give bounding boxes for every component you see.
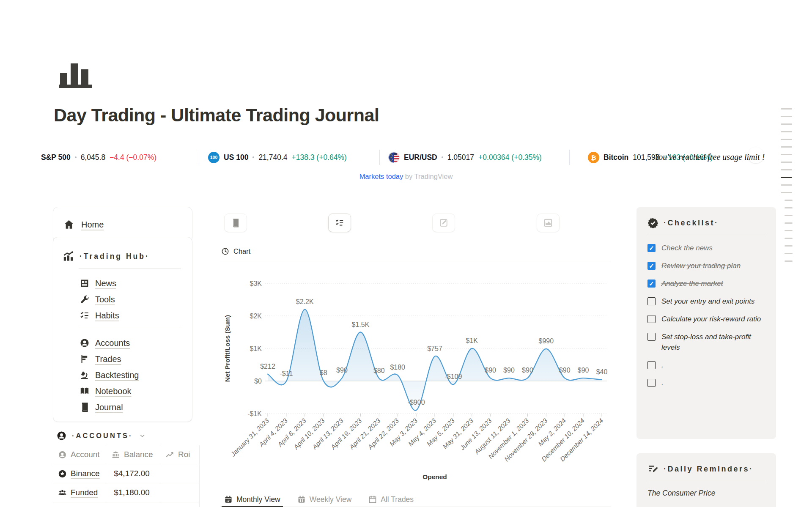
sidebar-item-notebook[interactable]: Notebook — [63, 383, 183, 399]
checked-checkbox[interactable]: ✓ — [647, 244, 656, 252]
chart-growth-icon — [63, 251, 74, 262]
ticker-symbol: Bitcoin — [604, 153, 628, 162]
toc-dash[interactable] — [785, 230, 793, 231]
page-emoji-bar-chart-icon — [58, 60, 95, 92]
toc-dash[interactable] — [785, 260, 793, 262]
toc-dash[interactable] — [785, 222, 793, 224]
account-cell[interactable]: Funded — [53, 483, 106, 502]
checklist-icon — [80, 310, 90, 321]
sidebar-item-tools[interactable]: Tools — [63, 291, 183, 307]
unchecked-checkbox[interactable] — [647, 315, 656, 323]
toc-dash[interactable] — [785, 207, 793, 208]
column-header-balance[interactable]: Balance — [106, 445, 160, 464]
toc-dash[interactable] — [781, 131, 792, 132]
checklist-item: Set your entry and exit points — [647, 296, 765, 307]
sidebar-item-label: Accounts — [95, 338, 130, 348]
column-header-roi[interactable]: Roi — [160, 445, 200, 464]
area-chart-icon — [543, 218, 553, 227]
svg-text:Opened: Opened — [422, 473, 447, 480]
person-circle-icon — [80, 338, 90, 348]
toc-dash[interactable] — [785, 253, 793, 254]
chevron-down-icon[interactable] — [138, 432, 146, 440]
svg-text:$8: $8 — [320, 369, 327, 376]
toc-dash[interactable] — [781, 169, 792, 170]
checklist-view-button[interactable] — [328, 214, 351, 232]
person-circle-icon — [58, 450, 67, 459]
unchecked-checkbox[interactable] — [647, 333, 656, 341]
checked-checkbox[interactable]: ✓ — [647, 262, 656, 270]
toc-dash[interactable] — [785, 245, 793, 247]
toc-dash[interactable] — [781, 108, 792, 110]
account-cell[interactable]: Binance — [53, 464, 106, 483]
toc-dash[interactable] — [781, 177, 792, 178]
checklist-item-text: Set stop-loss and take-profit levels — [661, 332, 765, 353]
sidebar-item-habits[interactable]: Habits — [63, 307, 183, 323]
usage-limit-notice: You've reached free usage limit ! — [655, 152, 786, 162]
checklist-item: ✓Check the news — [647, 243, 765, 253]
sidebar-item-backtesting[interactable]: Backtesting — [63, 367, 183, 383]
toc-dash[interactable] — [781, 184, 792, 186]
divider — [220, 261, 611, 261]
toc-dash[interactable] — [781, 139, 792, 140]
compose-icon — [439, 218, 448, 227]
checklist-title: ·Checklist· — [664, 217, 765, 229]
bitcoin-icon: ₿ — [588, 152, 599, 163]
microscope-icon — [80, 370, 90, 380]
dot-separator — [75, 156, 77, 158]
toc-dash[interactable] — [785, 215, 793, 216]
sidebar-item-news[interactable]: News — [63, 275, 183, 291]
home-icon — [63, 219, 74, 230]
svg-text:$1K: $1K — [250, 345, 262, 352]
ticker-price: 1.05017 — [447, 153, 474, 162]
sidebar-item-journal[interactable]: Journal — [63, 399, 183, 415]
table-row: $300.00 — [53, 502, 200, 507]
toc-dash[interactable] — [781, 116, 792, 117]
sidebar-item-accounts[interactable]: Accounts — [63, 335, 183, 351]
svg-text:$180: $180 — [390, 364, 405, 371]
dot-separator — [442, 156, 443, 158]
sidebar-item-trades[interactable]: Trades — [63, 351, 183, 367]
star-circle-icon — [58, 469, 67, 478]
checked-checkbox[interactable]: ✓ — [647, 280, 656, 288]
svg-text:-$900: -$900 — [408, 399, 425, 406]
divider — [79, 268, 181, 269]
column-header-account[interactable]: Account — [53, 445, 106, 464]
toc-dash[interactable] — [785, 200, 793, 201]
ticker-item[interactable]: 100US 10021,740.4+138.3 (+0.64%) — [208, 149, 347, 166]
ticker-item[interactable]: S&P 5006,045.8−4.4 (−0.07%) — [41, 149, 156, 166]
account-cell[interactable] — [53, 502, 106, 507]
journal-view-button[interactable] — [224, 214, 247, 232]
table-of-contents-indicator[interactable] — [781, 108, 793, 262]
pencil-lines-icon — [647, 463, 658, 474]
svg-text:-$11: -$11 — [280, 370, 293, 377]
unchecked-checkbox[interactable] — [647, 379, 656, 387]
unchecked-checkbox[interactable] — [647, 361, 656, 369]
toc-dash[interactable] — [781, 192, 792, 193]
markets-today-link[interactable]: Markets today — [359, 173, 403, 180]
ticker-price: 6,045.8 — [81, 153, 105, 162]
sidebar-item-home[interactable]: Home — [81, 220, 104, 230]
trend-up-icon — [165, 450, 174, 459]
tab-weekly-view[interactable]: Weekly View — [297, 496, 352, 507]
ticker-item[interactable]: EUR/USD1.05017+0.00364 (+0.35%) — [388, 149, 542, 166]
accounts-section-title: ·ACCOUNTS· — [72, 432, 133, 440]
account-link[interactable]: Binance — [71, 469, 100, 478]
eur-usd-flag-icon — [388, 152, 400, 163]
compose-view-button[interactable] — [432, 214, 455, 232]
account-link[interactable]: Funded — [71, 488, 98, 497]
toc-dash[interactable] — [785, 238, 793, 239]
sidebar-item-label: Journal — [95, 403, 123, 412]
tradingview-credit: by TradingView — [405, 173, 453, 180]
checklist-item-text: Set your entry and exit points — [661, 296, 754, 307]
svg-text:$2K: $2K — [250, 312, 262, 320]
ticker-price: 21,740.4 — [258, 153, 287, 162]
toc-dash[interactable] — [781, 146, 792, 148]
svg-text:-$109: -$109 — [444, 373, 462, 380]
table-row: Binance$4,172.00 — [53, 464, 200, 483]
toc-dash[interactable] — [781, 123, 792, 125]
tab-all-trades[interactable]: All Trades — [368, 496, 414, 507]
checklist-item: . — [647, 360, 765, 370]
unchecked-checkbox[interactable] — [647, 297, 656, 305]
tab-monthly-view[interactable]: Monthly View — [224, 496, 280, 507]
chart-view-button[interactable] — [537, 214, 560, 232]
